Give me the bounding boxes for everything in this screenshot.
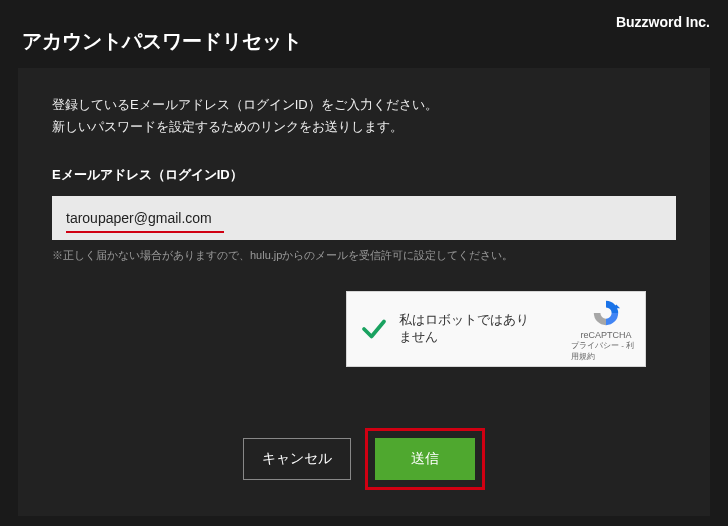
instruction-text: 登録しているEメールアドレス（ログインID）をご入力ください。 新しいパスワード… <box>52 94 676 138</box>
submit-button[interactable]: 送信 <box>375 438 475 480</box>
recaptcha-links[interactable]: プライバシー - 利用規約 <box>571 340 641 362</box>
recaptcha-label: 私はロボットではありません <box>399 312 539 346</box>
page-title: アカウントパスワードリセット <box>22 28 302 55</box>
email-hint: ※正しく届かない場合がありますので、hulu.jpからのメールを受信許可に設定し… <box>52 248 676 263</box>
submit-highlight-annotation: 送信 <box>365 428 485 490</box>
email-field-label: Eメールアドレス（ログインID） <box>52 166 676 184</box>
email-input[interactable] <box>52 196 676 240</box>
action-row: キャンセル 送信 <box>18 428 710 490</box>
recaptcha-left: 私はロボットではありません <box>347 292 567 366</box>
recaptcha-widget[interactable]: 私はロボットではありません reCAPTCHA プライバシー - 利用規約 <box>346 291 646 367</box>
recaptcha-privacy-link[interactable]: プライバシー <box>571 341 619 350</box>
recaptcha-right: reCAPTCHA プライバシー - 利用規約 <box>567 292 645 366</box>
cancel-button[interactable]: キャンセル <box>243 438 351 480</box>
form-panel: 登録しているEメールアドレス（ログインID）をご入力ください。 新しいパスワード… <box>18 68 710 516</box>
recaptcha-checkmark-icon <box>359 314 389 344</box>
recaptcha-logo-icon <box>591 298 621 328</box>
recaptcha-brand: reCAPTCHA <box>580 330 631 340</box>
instruction-line-1: 登録しているEメールアドレス（ログインID）をご入力ください。 <box>52 97 438 112</box>
instruction-line-2: 新しいパスワードを設定するためのリンクをお送りします。 <box>52 119 403 134</box>
email-input-wrap <box>52 196 676 240</box>
brand-label: Buzzword Inc. <box>616 14 710 30</box>
input-underline-annotation <box>66 231 224 233</box>
